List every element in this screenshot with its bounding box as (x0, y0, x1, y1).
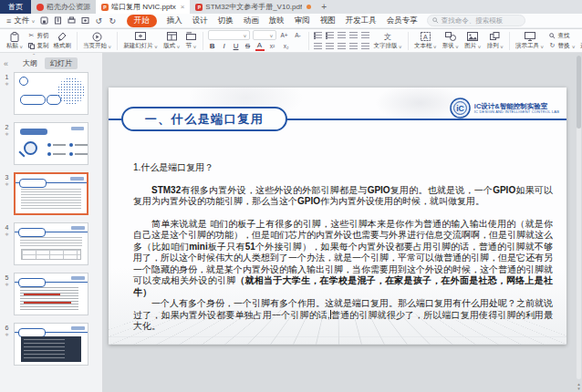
slide-layout-button[interactable]: 版式∨ (161, 32, 182, 50)
tab-pptx-document[interactable]: P 端口复用 NVIC.pptx × (96, 0, 190, 14)
canvas-scrollbar[interactable] (577, 56, 581, 379)
paste-button[interactable]: 粘贴∨ (4, 32, 26, 50)
slide-thumbnail-5[interactable]: 5∗ (0, 273, 102, 315)
command-search-input[interactable]: 查找命令、搜索模板 (427, 15, 525, 26)
menu-home[interactable]: 开始 (127, 15, 157, 27)
hamburger-icon[interactable]: ≡ (6, 16, 11, 26)
slide-title[interactable]: 一、什么是端口复用 (121, 107, 287, 131)
menu-view[interactable]: 视图 (320, 15, 336, 26)
slide-thumbnail-2[interactable]: 2∗ (0, 122, 102, 165)
divider (509, 32, 510, 50)
thumb-text-lines (21, 189, 81, 209)
menu-insert[interactable]: 插入 (167, 15, 182, 26)
menubar: ≡ 文件 ∨ ↺ ↻ 开始 插入 设计 切换 动画 放映 审阅 视图 开发工具 … (0, 14, 582, 28)
superscript-button[interactable]: x² (267, 43, 278, 49)
slide-thumbnail-6[interactable]: 6∗ (0, 323, 102, 366)
copy-icon (27, 43, 35, 49)
divider (117, 32, 118, 50)
shapes-button[interactable]: 形状∨ (440, 32, 462, 50)
grow-font-button[interactable]: A+ (279, 32, 290, 38)
cut-button[interactable]: ✂剪切 (27, 32, 48, 40)
slide-canvas[interactable]: 一、什么是端口复用 iC iC设计&智能控制实验室 IC DESIGN AND … (103, 53, 582, 392)
demo-tools-button[interactable]: 演示工具∨ (513, 32, 546, 50)
search-icon (432, 17, 439, 24)
tab-pdf-document[interactable]: P STM32中文参考手册_V10.pdf (190, 0, 317, 14)
menu-slideshow[interactable]: 放映 (269, 15, 285, 26)
tab-slides[interactable]: 幻灯片 (45, 57, 78, 69)
slide-thumbnail-4[interactable]: 4∗ (0, 222, 102, 265)
find-replace-group: 查找 ↻替换∨ (546, 32, 577, 50)
menu-developer-tools[interactable]: 开发工具 (346, 15, 377, 26)
collapse-panel-icon[interactable]: « (4, 59, 8, 68)
scrollbar-buttons[interactable]: ▴▾ (576, 382, 582, 391)
align-left-icon[interactable] (314, 43, 322, 50)
thumb-title-pill (47, 95, 61, 105)
new-tab-button[interactable]: + (317, 0, 331, 14)
thumb-logo (19, 77, 28, 86)
animation-star-icon: ∗ (0, 131, 14, 138)
menu-animation[interactable]: 动画 (244, 15, 259, 26)
preview-icon[interactable] (80, 15, 90, 26)
divider (203, 32, 203, 50)
font-name-select[interactable]: ∨ (208, 30, 250, 40)
line-spacing-icon[interactable] (361, 32, 369, 39)
scrollbar-thumb[interactable] (577, 56, 581, 129)
italic-button[interactable]: I (220, 42, 229, 50)
justify-icon[interactable] (349, 43, 358, 50)
home-button[interactable]: 首页 (0, 0, 31, 14)
subscript-button[interactable]: x₂ (281, 43, 292, 49)
decrease-indent-icon[interactable] (338, 32, 346, 39)
text-box-button[interactable]: A 文本框∨ (411, 32, 440, 50)
body-heading: 1.什么是端口复用？ (133, 162, 553, 174)
columns-icon[interactable] (361, 43, 369, 50)
text-layout-button[interactable]: 文 文字排版∨ (371, 32, 405, 50)
font-size-select[interactable]: ∨ (253, 30, 276, 40)
export-icon[interactable] (53, 15, 63, 26)
tab-outline[interactable]: 大纲 (23, 58, 37, 68)
menu-transition[interactable]: 切换 (218, 15, 234, 26)
slide-thumbnail-1[interactable]: 1∗ (0, 72, 102, 115)
arrange-button[interactable]: 排列∨ (484, 32, 506, 50)
menu-member[interactable]: 会员专享 (387, 15, 418, 26)
animation-star-icon: ∗ (0, 181, 14, 188)
print-icon[interactable] (67, 15, 77, 26)
copy-button[interactable]: 复制 (27, 42, 48, 50)
tab-docer[interactable]: 稻壳办公资源 (31, 0, 96, 14)
close-tab-icon[interactable]: × (181, 3, 185, 11)
bold-button[interactable]: B (208, 42, 217, 50)
align-right-icon[interactable] (338, 43, 346, 50)
slide-body-text[interactable]: 1.什么是端口复用？ STM32有很多内置外设，这些外设的外部引脚都是与GPIO… (133, 162, 553, 333)
animation-star-icon: ∗ (0, 332, 14, 338)
unsaved-dot (307, 5, 311, 9)
picture-button[interactable]: 图片∨ (462, 32, 483, 50)
strikethrough-button[interactable]: S (244, 42, 253, 50)
thumb-title-bar (20, 129, 47, 135)
menu-design[interactable]: 设计 (192, 15, 208, 26)
shrink-font-button[interactable]: A- (293, 32, 304, 38)
new-slide-button[interactable]: 新建幻灯片∨ (120, 32, 161, 50)
undo-icon[interactable]: ↺ (94, 15, 104, 26)
menu-review[interactable]: 审阅 (295, 15, 310, 26)
save-icon[interactable] (39, 15, 49, 26)
font-color-button[interactable]: A (255, 42, 265, 51)
lab-logo: iC iC设计&智能控制实验室 IC DESIGN AND INTELLIGEN… (450, 98, 559, 119)
file-menu[interactable]: 文件 ∨ (14, 15, 35, 26)
collapse-up-icon[interactable]: ˆ (33, 53, 35, 59)
underline-button[interactable]: U (232, 42, 241, 50)
current-slide[interactable]: 一、什么是端口复用 iC iC设计&智能控制实验室 IC DESIGN AND … (109, 88, 566, 345)
animation-star-icon: ∗ (0, 282, 14, 288)
shapes-icon (445, 32, 456, 42)
replace-button[interactable]: ↻替换∨ (548, 42, 575, 50)
text-box-icon: A (421, 32, 431, 42)
bullet-list-icon[interactable] (314, 32, 322, 39)
find-button[interactable]: 查找 (548, 32, 575, 40)
numbered-list-icon[interactable] (326, 32, 334, 39)
play-from-current-button[interactable]: 当页开始∨ (80, 32, 114, 50)
select-button[interactable]: 选择∨ (577, 32, 582, 50)
increase-indent-icon[interactable] (349, 32, 358, 39)
format-painter-button[interactable]: 格式刷 (50, 32, 74, 50)
slide-thumbnail-3-selected[interactable]: 3∗ (0, 172, 102, 215)
align-center-icon[interactable] (326, 43, 334, 50)
section-button[interactable]: 节∨ (183, 32, 200, 50)
redo-icon[interactable]: ↻ (108, 15, 118, 26)
